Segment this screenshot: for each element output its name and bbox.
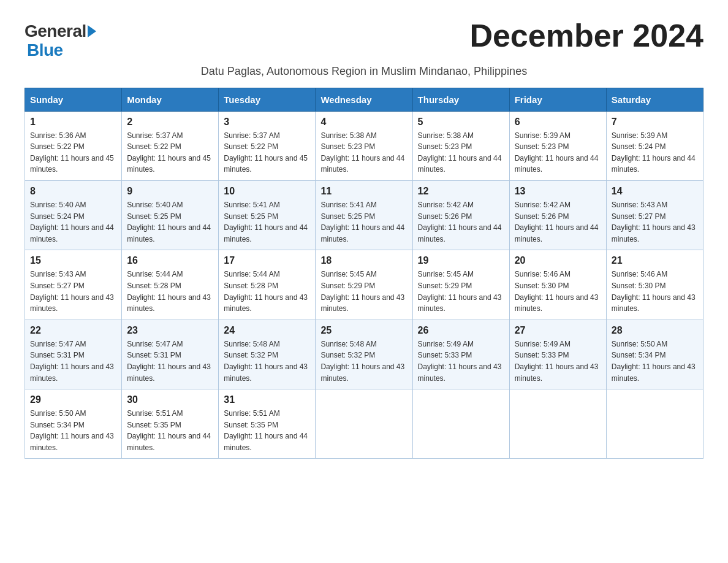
day-number: 15 bbox=[30, 255, 116, 266]
table-row: 22 Sunrise: 5:47 AM Sunset: 5:31 PM Dayl… bbox=[25, 320, 122, 389]
calendar-week-row: 29 Sunrise: 5:50 AM Sunset: 5:34 PM Dayl… bbox=[25, 389, 703, 459]
table-row: 26 Sunrise: 5:49 AM Sunset: 5:33 PM Dayl… bbox=[412, 320, 509, 389]
table-row: 16 Sunrise: 5:44 AM Sunset: 5:28 PM Dayl… bbox=[122, 250, 219, 320]
day-info: Sunrise: 5:48 AM Sunset: 5:32 PM Dayligh… bbox=[320, 339, 407, 384]
header-sunday: Sunday bbox=[25, 88, 122, 111]
day-number: 6 bbox=[515, 117, 601, 128]
day-info: Sunrise: 5:40 AM Sunset: 5:24 PM Dayligh… bbox=[30, 199, 116, 245]
table-row: 25 Sunrise: 5:48 AM Sunset: 5:32 PM Dayl… bbox=[316, 320, 412, 389]
table-row bbox=[412, 389, 509, 459]
page-subtitle: Datu Paglas, Autonomous Region in Muslim… bbox=[25, 65, 703, 78]
calendar-week-row: 8 Sunrise: 5:40 AM Sunset: 5:24 PM Dayli… bbox=[25, 180, 703, 250]
day-info: Sunrise: 5:51 AM Sunset: 5:35 PM Dayligh… bbox=[127, 408, 213, 453]
table-row: 20 Sunrise: 5:46 AM Sunset: 5:30 PM Dayl… bbox=[509, 250, 606, 320]
logo-blue-text: Blue bbox=[27, 41, 63, 60]
day-info: Sunrise: 5:37 AM Sunset: 5:22 PM Dayligh… bbox=[127, 130, 213, 175]
table-row: 7 Sunrise: 5:39 AM Sunset: 5:24 PM Dayli… bbox=[606, 111, 703, 180]
table-row: 23 Sunrise: 5:47 AM Sunset: 5:31 PM Dayl… bbox=[122, 320, 219, 389]
header-saturday: Saturday bbox=[606, 88, 703, 111]
table-row: 21 Sunrise: 5:46 AM Sunset: 5:30 PM Dayl… bbox=[606, 250, 703, 320]
day-info: Sunrise: 5:45 AM Sunset: 5:29 PM Dayligh… bbox=[418, 269, 504, 314]
day-number: 12 bbox=[418, 186, 504, 197]
day-number: 1 bbox=[30, 117, 116, 128]
day-info: Sunrise: 5:38 AM Sunset: 5:23 PM Dayligh… bbox=[320, 130, 407, 175]
table-row: 9 Sunrise: 5:40 AM Sunset: 5:25 PM Dayli… bbox=[122, 180, 219, 250]
table-row: 27 Sunrise: 5:49 AM Sunset: 5:33 PM Dayl… bbox=[509, 320, 606, 389]
day-info: Sunrise: 5:46 AM Sunset: 5:30 PM Dayligh… bbox=[612, 269, 698, 314]
table-row: 6 Sunrise: 5:39 AM Sunset: 5:23 PM Dayli… bbox=[509, 111, 606, 180]
table-row: 24 Sunrise: 5:48 AM Sunset: 5:32 PM Dayl… bbox=[219, 320, 316, 389]
table-row bbox=[509, 389, 606, 459]
day-number: 2 bbox=[127, 117, 213, 128]
table-row: 18 Sunrise: 5:45 AM Sunset: 5:29 PM Dayl… bbox=[316, 250, 412, 320]
calendar-week-row: 15 Sunrise: 5:43 AM Sunset: 5:27 PM Dayl… bbox=[25, 250, 703, 320]
day-info: Sunrise: 5:44 AM Sunset: 5:28 PM Dayligh… bbox=[224, 269, 310, 314]
day-number: 31 bbox=[224, 394, 310, 405]
day-info: Sunrise: 5:50 AM Sunset: 5:34 PM Dayligh… bbox=[612, 339, 698, 384]
day-info: Sunrise: 5:42 AM Sunset: 5:26 PM Dayligh… bbox=[418, 199, 504, 245]
day-number: 26 bbox=[418, 325, 504, 336]
table-row: 2 Sunrise: 5:37 AM Sunset: 5:22 PM Dayli… bbox=[122, 111, 219, 180]
day-number: 3 bbox=[224, 117, 310, 128]
day-number: 18 bbox=[320, 255, 407, 266]
day-number: 8 bbox=[30, 186, 116, 197]
table-row: 29 Sunrise: 5:50 AM Sunset: 5:34 PM Dayl… bbox=[25, 389, 122, 459]
day-info: Sunrise: 5:39 AM Sunset: 5:23 PM Dayligh… bbox=[515, 130, 601, 175]
calendar-table: Sunday Monday Tuesday Wednesday Thursday… bbox=[25, 88, 703, 459]
day-number: 30 bbox=[127, 394, 213, 405]
table-row: 3 Sunrise: 5:37 AM Sunset: 5:22 PM Dayli… bbox=[219, 111, 316, 180]
day-info: Sunrise: 5:50 AM Sunset: 5:34 PM Dayligh… bbox=[30, 408, 116, 453]
calendar-week-row: 1 Sunrise: 5:36 AM Sunset: 5:22 PM Dayli… bbox=[25, 111, 703, 180]
day-number: 13 bbox=[515, 186, 601, 197]
day-number: 7 bbox=[612, 117, 698, 128]
day-info: Sunrise: 5:38 AM Sunset: 5:23 PM Dayligh… bbox=[418, 130, 504, 175]
day-info: Sunrise: 5:39 AM Sunset: 5:24 PM Dayligh… bbox=[612, 130, 698, 175]
day-info: Sunrise: 5:37 AM Sunset: 5:22 PM Dayligh… bbox=[224, 130, 310, 175]
calendar-header-row: Sunday Monday Tuesday Wednesday Thursday… bbox=[25, 88, 703, 111]
day-info: Sunrise: 5:36 AM Sunset: 5:22 PM Dayligh… bbox=[30, 130, 116, 175]
logo-general-text: General bbox=[25, 22, 86, 41]
day-number: 20 bbox=[515, 255, 601, 266]
day-info: Sunrise: 5:49 AM Sunset: 5:33 PM Dayligh… bbox=[418, 339, 504, 384]
day-number: 24 bbox=[224, 325, 310, 336]
day-number: 19 bbox=[418, 255, 504, 266]
day-info: Sunrise: 5:46 AM Sunset: 5:30 PM Dayligh… bbox=[515, 269, 601, 314]
day-number: 25 bbox=[320, 325, 407, 336]
table-row: 12 Sunrise: 5:42 AM Sunset: 5:26 PM Dayl… bbox=[412, 180, 509, 250]
month-title: December 2024 bbox=[469, 18, 703, 53]
day-number: 28 bbox=[612, 325, 698, 336]
day-info: Sunrise: 5:45 AM Sunset: 5:29 PM Dayligh… bbox=[320, 269, 407, 314]
day-number: 21 bbox=[612, 255, 698, 266]
day-number: 4 bbox=[320, 117, 407, 128]
header-wednesday: Wednesday bbox=[316, 88, 412, 111]
header-tuesday: Tuesday bbox=[219, 88, 316, 111]
logo: General Blue bbox=[25, 22, 96, 60]
day-info: Sunrise: 5:41 AM Sunset: 5:25 PM Dayligh… bbox=[320, 199, 407, 245]
calendar-week-row: 22 Sunrise: 5:47 AM Sunset: 5:31 PM Dayl… bbox=[25, 320, 703, 389]
table-row: 30 Sunrise: 5:51 AM Sunset: 5:35 PM Dayl… bbox=[122, 389, 219, 459]
table-row bbox=[316, 389, 412, 459]
table-row: 13 Sunrise: 5:42 AM Sunset: 5:26 PM Dayl… bbox=[509, 180, 606, 250]
day-info: Sunrise: 5:42 AM Sunset: 5:26 PM Dayligh… bbox=[515, 199, 601, 245]
table-row: 10 Sunrise: 5:41 AM Sunset: 5:25 PM Dayl… bbox=[219, 180, 316, 250]
table-row: 11 Sunrise: 5:41 AM Sunset: 5:25 PM Dayl… bbox=[316, 180, 412, 250]
day-info: Sunrise: 5:43 AM Sunset: 5:27 PM Dayligh… bbox=[30, 269, 116, 314]
logo-triangle-icon bbox=[88, 25, 96, 37]
table-row: 14 Sunrise: 5:43 AM Sunset: 5:27 PM Dayl… bbox=[606, 180, 703, 250]
day-info: Sunrise: 5:48 AM Sunset: 5:32 PM Dayligh… bbox=[224, 339, 310, 384]
table-row bbox=[606, 389, 703, 459]
day-info: Sunrise: 5:51 AM Sunset: 5:35 PM Dayligh… bbox=[224, 408, 310, 453]
table-row: 5 Sunrise: 5:38 AM Sunset: 5:23 PM Dayli… bbox=[412, 111, 509, 180]
table-row: 1 Sunrise: 5:36 AM Sunset: 5:22 PM Dayli… bbox=[25, 111, 122, 180]
header-monday: Monday bbox=[122, 88, 219, 111]
day-number: 27 bbox=[515, 325, 601, 336]
day-number: 29 bbox=[30, 394, 116, 405]
day-number: 16 bbox=[127, 255, 213, 266]
table-row: 15 Sunrise: 5:43 AM Sunset: 5:27 PM Dayl… bbox=[25, 250, 122, 320]
day-info: Sunrise: 5:47 AM Sunset: 5:31 PM Dayligh… bbox=[30, 339, 116, 384]
day-number: 23 bbox=[127, 325, 213, 336]
header-thursday: Thursday bbox=[412, 88, 509, 111]
page-header: General Blue December 2024 bbox=[25, 18, 703, 60]
day-info: Sunrise: 5:43 AM Sunset: 5:27 PM Dayligh… bbox=[612, 199, 698, 245]
day-number: 22 bbox=[30, 325, 116, 336]
